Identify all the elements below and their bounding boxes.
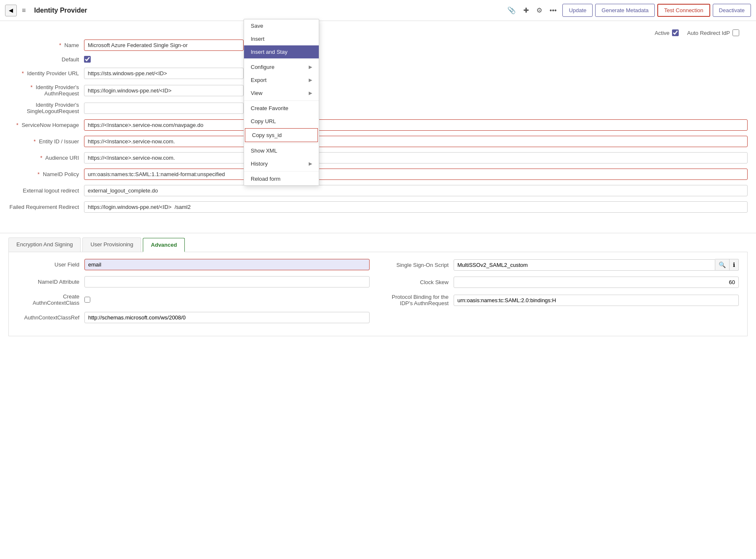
idp-authn-input[interactable] xyxy=(84,85,244,96)
chevron-right-icon-4: ▶ xyxy=(309,161,312,166)
tabs-container: Encryption And Signing User Provisioning… xyxy=(0,233,756,336)
dropdown-divider-4 xyxy=(244,171,319,171)
dropdown-show-xml[interactable]: Show XML xyxy=(244,144,319,157)
dropdown-create-favorite[interactable]: Create Favorite xyxy=(244,102,319,115)
clock-skew-group: Clock Skew xyxy=(386,277,739,288)
deactivate-button[interactable]: Deactivate xyxy=(713,4,751,17)
default-row: Default xyxy=(8,56,748,63)
entity-id-required-star: * xyxy=(34,138,36,145)
dropdown-reload-form[interactable]: Reload form xyxy=(244,172,319,185)
create-authn-group: Create AuthnContextClass xyxy=(17,293,370,306)
test-connection-button[interactable]: Test Connection xyxy=(657,4,710,17)
dropdown-view[interactable]: View ▶ xyxy=(244,87,319,100)
default-checkbox[interactable] xyxy=(84,56,91,63)
tab-advanced[interactable]: Advanced xyxy=(143,238,185,252)
attachment-icon[interactable]: 📎 xyxy=(506,5,517,16)
back-button[interactable]: ◀ xyxy=(5,5,17,16)
servicenow-input[interactable] xyxy=(84,119,748,131)
chevron-right-icon: ▶ xyxy=(309,64,312,70)
authn-ref-input[interactable] xyxy=(84,312,370,323)
user-field-input[interactable] xyxy=(84,259,370,270)
name-row: * Name xyxy=(8,40,748,51)
sso-script-input[interactable] xyxy=(454,259,715,271)
default-label: Default xyxy=(8,56,84,63)
back-icon: ◀ xyxy=(9,7,13,13)
chevron-right-icon-3: ▶ xyxy=(309,90,312,96)
failed-req-input[interactable] xyxy=(84,201,748,213)
audience-uri-label: * Audience URI xyxy=(8,155,84,161)
sso-script-info-btn[interactable]: ℹ xyxy=(730,259,739,271)
protocol-binding-label: Protocol Binding for the IDP's AuthnRequ… xyxy=(386,294,454,306)
top-bar-icons: 📎 ✚ ⚙ ••• xyxy=(506,5,559,16)
form-area: Active Auto Redirect IdP * Name Default … xyxy=(0,21,756,224)
dropdown-insert[interactable]: Insert xyxy=(244,32,319,45)
nameid-policy-row: * NameID Policy xyxy=(8,169,748,180)
sso-script-label: Single Sign-On Script xyxy=(386,262,454,268)
external-logout-label: External logout redirect xyxy=(8,187,84,194)
protocol-binding-input[interactable] xyxy=(454,295,739,306)
active-label: Active xyxy=(655,30,669,36)
dropdown-history[interactable]: History ▶ xyxy=(244,157,319,170)
dropdown-copy-url[interactable]: Copy URL xyxy=(244,115,319,128)
page-title: Identity Provider xyxy=(34,7,87,14)
entity-id-input[interactable] xyxy=(84,136,748,147)
nameid-policy-required-star: * xyxy=(37,171,39,177)
servicenow-label: * ServiceNow Homepage xyxy=(8,122,84,128)
protocol-binding-group: Protocol Binding for the IDP's AuthnRequ… xyxy=(386,294,739,306)
authn-ref-group: AuthnContextClassRef xyxy=(17,312,370,323)
auto-redirect-label: Auto Redirect IdP xyxy=(687,30,730,36)
name-label: * Name xyxy=(8,42,84,48)
dropdown-export[interactable]: Export ▶ xyxy=(244,74,319,87)
tab-user-provisioning[interactable]: User Provisioning xyxy=(82,237,141,252)
create-authn-label: Create AuthnContextClass xyxy=(17,293,84,306)
clock-skew-input[interactable] xyxy=(454,277,739,288)
sso-script-input-group: 🔍 ℹ xyxy=(454,259,739,271)
external-logout-input[interactable] xyxy=(84,185,748,196)
audience-uri-input[interactable] xyxy=(84,152,748,163)
idp-authn-row: * Identity Provider's AuthnRequest xyxy=(8,84,748,97)
failed-req-label: Failed Requirement Redirect xyxy=(8,204,84,210)
user-field-label: User Field xyxy=(17,261,84,268)
nameid-attr-input[interactable] xyxy=(84,276,370,287)
menu-icon[interactable]: ≡ xyxy=(20,5,27,16)
sso-script-group: Single Sign-On Script 🔍 ℹ xyxy=(386,259,739,271)
filter-icon[interactable]: ⚙ xyxy=(535,5,544,16)
update-button[interactable]: Update xyxy=(562,4,593,17)
top-bar: ◀ ≡ Identity Provider 📎 ✚ ⚙ ••• Update G… xyxy=(0,0,756,21)
more-icon[interactable]: ••• xyxy=(548,5,559,16)
user-field-group: User Field xyxy=(17,259,370,270)
nameid-policy-label: * NameID Policy xyxy=(8,171,84,177)
dropdown-copy-sys-id[interactable]: Copy sys_id xyxy=(245,128,318,142)
idp-url-required-star: * xyxy=(22,70,24,76)
dropdown-divider-2 xyxy=(244,100,319,101)
tabs-row: Encryption And Signing User Provisioning… xyxy=(8,237,748,252)
idp-url-label: * Identity Provider URL xyxy=(8,70,84,76)
entity-id-label: * Entity ID / Issuer xyxy=(8,138,84,145)
entity-id-row: * Entity ID / Issuer xyxy=(8,136,748,147)
nameid-attr-group: NameID Attribute xyxy=(17,276,370,287)
activity-icon[interactable]: ✚ xyxy=(522,5,530,16)
dropdown-insert-stay[interactable]: Insert and Stay xyxy=(244,45,319,58)
idp-url-input[interactable] xyxy=(84,68,244,79)
name-required-star: * xyxy=(59,42,61,48)
idp-authn-label: * Identity Provider's AuthnRequest xyxy=(8,84,84,97)
nameid-policy-input[interactable] xyxy=(84,169,748,180)
generate-metadata-button[interactable]: Generate Metadata xyxy=(595,4,655,17)
create-authn-checkbox[interactable] xyxy=(84,297,90,303)
dropdown-menu: Save Insert Insert and Stay Configure ▶ … xyxy=(244,19,319,186)
external-logout-row: External logout redirect xyxy=(8,185,748,196)
dropdown-save[interactable]: Save xyxy=(244,19,319,32)
active-checkbox[interactable] xyxy=(672,29,679,36)
chevron-right-icon-2: ▶ xyxy=(309,77,312,83)
sso-script-search-btn[interactable]: 🔍 xyxy=(715,259,730,271)
status-row: Active Auto Redirect IdP xyxy=(8,28,748,40)
tab-encryption[interactable]: Encryption And Signing xyxy=(8,237,81,252)
auto-redirect-checkbox[interactable] xyxy=(732,29,739,36)
idp-logout-input[interactable] xyxy=(84,103,244,114)
dropdown-configure[interactable]: Configure ▶ xyxy=(244,61,319,74)
idp-authn-required-star: * xyxy=(30,84,32,90)
tab-advanced-form: User Field NameID Attribute Create Authn… xyxy=(17,259,739,329)
servicenow-row: * ServiceNow Homepage xyxy=(8,119,748,131)
name-input[interactable] xyxy=(84,40,244,51)
authn-ref-label: AuthnContextClassRef xyxy=(17,314,84,321)
